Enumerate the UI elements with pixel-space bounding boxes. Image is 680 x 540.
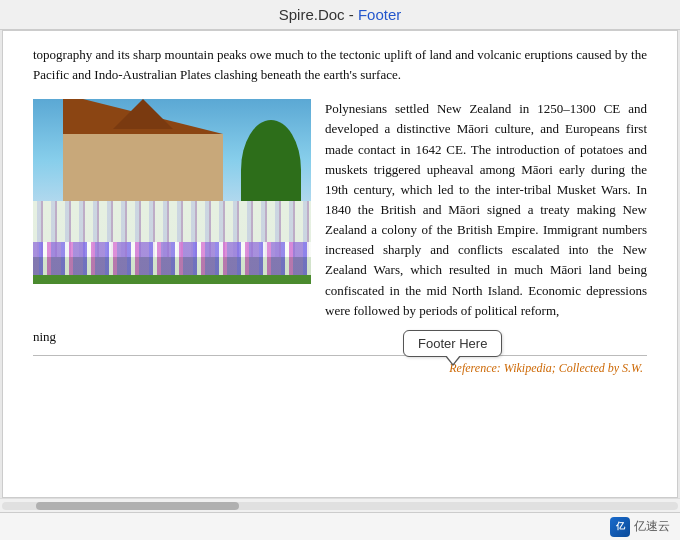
footer-reference: Reference: Wikipedia; Collected by S.W. xyxy=(449,361,647,376)
roof2-shape xyxy=(113,99,173,129)
logo-label: 亿速云 xyxy=(634,518,670,535)
body-text-after: ning xyxy=(33,327,647,347)
scrollbar-area xyxy=(0,498,680,512)
document-image xyxy=(33,99,311,284)
title-footer-word: Footer xyxy=(358,6,401,23)
footer-bubble[interactable]: Footer Here xyxy=(403,330,502,357)
main-paragraph: Polynesians settled New Zealand in 1250–… xyxy=(325,99,647,321)
flowers-purple xyxy=(33,242,311,275)
title-bar: Spire.Doc - Footer xyxy=(0,0,680,30)
content-section: Polynesians settled New Zealand in 1250–… xyxy=(33,99,647,321)
logo-icon: 亿 xyxy=(610,517,630,537)
scrollbar-track[interactable] xyxy=(2,502,678,510)
bottom-bar: 亿 亿速云 xyxy=(0,512,680,540)
footer-section: Footer Here Reference: Wikipedia; Collec… xyxy=(33,355,647,376)
intro-text: topography and its sharp mountain peaks … xyxy=(33,45,647,85)
document-area: topography and its sharp mountain peaks … xyxy=(2,30,678,498)
footer-bubble-label: Footer Here xyxy=(418,336,487,351)
bottom-logo: 亿 亿速云 xyxy=(610,517,670,537)
title-prefix: Spire.Doc - xyxy=(279,6,358,23)
scrollbar-thumb[interactable] xyxy=(36,502,239,510)
